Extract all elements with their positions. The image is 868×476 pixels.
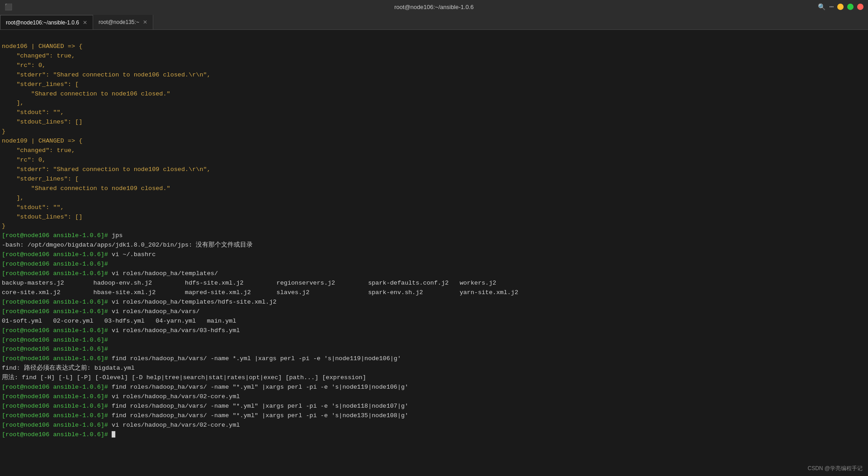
terminal-line: 01-soft.yml 02-core.yml 03-hdfs.yml 04-y… [2, 317, 866, 326]
terminal-line: "stderr_lines": [ [2, 80, 866, 90]
close-button[interactable] [857, 4, 863, 10]
terminal-line: "Shared connection to node106 closed." [2, 90, 866, 99]
terminal-line: [root@node106 ansible-1.0.6]# jps [2, 231, 866, 241]
terminal-line: [root@node106 ansible-1.0.6]# vi roles/h… [2, 326, 866, 336]
terminal-line: [root@node106 ansible-1.0.6]# vi roles/h… [2, 392, 866, 402]
terminal-line: "rc": 0, [2, 156, 866, 165]
terminal-line: [root@node106 ansible-1.0.6]# [2, 345, 866, 354]
tab-close-node106[interactable]: ✕ [83, 19, 87, 26]
tab-close-node135[interactable]: ✕ [143, 19, 147, 25]
terminal-line: [root@node106 ansible-1.0.6]# vi roles/h… [2, 269, 866, 279]
titlebar: ⬛ root@node106:~/ansible-1.0.6 🔍 ⋯ [0, 0, 868, 14]
tabbar: root@node106:~/ansible-1.0.6 ✕ root@node… [0, 14, 868, 30]
terminal-line: [root@node106 ansible-1.0.6]# vi roles/h… [2, 421, 866, 430]
terminal-content[interactable]: node106 | CHANGED => { "changed": true, … [0, 30, 868, 476]
menu-button[interactable]: ⋯ [829, 2, 834, 11]
terminal-line: } [2, 127, 866, 137]
minimize-button[interactable] [837, 4, 844, 10]
terminal-line: "Shared connection to node109 closed." [2, 184, 866, 194]
terminal-line: } [2, 222, 866, 231]
titlebar-left: ⬛ [5, 3, 12, 10]
terminal-line: [root@node106 ansible-1.0.6]# [2, 260, 866, 269]
terminal-line: "stderr": "Shared connection to node106 … [2, 71, 866, 80]
terminal-line: [root@node106 ansible-1.0.6]# █ [2, 430, 866, 440]
terminal-line: [root@node106 ansible-1.0.6]# find roles… [2, 402, 866, 411]
terminal-line: [root@node106 ansible-1.0.6]# vi ~/.bash… [2, 250, 866, 260]
titlebar-right: 🔍 ⋯ [818, 2, 863, 11]
terminal-line: "stdout_lines": [] [2, 213, 866, 222]
terminal-line: -bash: /opt/dmgeo/bigdata/apps/jdk1.8.0_… [2, 241, 866, 250]
terminal-line: "stderr": "Shared connection to node109 … [2, 165, 866, 175]
titlebar-title: root@node106:~/ansible-1.0.6 [394, 4, 473, 10]
terminal-line: [root@node106 ansible-1.0.6]# find roles… [2, 411, 866, 421]
terminal-line: [root@node106 ansible-1.0.6]# vi roles/h… [2, 298, 866, 307]
terminal-line: backup-masters.j2 hadoop-env.sh.j2 hdfs-… [2, 279, 866, 288]
terminal-line: "stdout": "", [2, 203, 866, 213]
tab-node106[interactable]: root@node106:~/ansible-1.0.6 ✕ [0, 15, 93, 29]
terminal-line: ], [2, 194, 866, 203]
tab-label-node135: root@node135:~ [99, 19, 139, 25]
watermark: CSDN @学亮编程手记 [807, 465, 863, 472]
terminal-line: [root@node106 ansible-1.0.6]# find roles… [2, 383, 866, 392]
maximize-button[interactable] [847, 4, 854, 10]
terminal-line: ], [2, 99, 866, 108]
terminal-line: "changed": true, [2, 52, 866, 61]
terminal-line: core-site.xml.j2 hbase-site.xml.j2 mapre… [2, 288, 866, 298]
tab-label-node106: root@node106:~/ansible-1.0.6 [6, 19, 79, 26]
terminal-line: node109 | CHANGED => { [2, 137, 866, 146]
app-icon: ⬛ [5, 3, 12, 10]
terminal-line: [root@node106 ansible-1.0.6]# find roles… [2, 354, 866, 364]
terminal-line: "rc": 0, [2, 61, 866, 71]
terminal-line: "stderr_lines": [ [2, 175, 866, 184]
terminal-line: "stdout_lines": [] [2, 118, 866, 127]
terminal-line: [root@node106 ansible-1.0.6]# [2, 336, 866, 345]
terminal-line: [root@node106 ansible-1.0.6]# vi roles/h… [2, 307, 866, 317]
search-button[interactable]: 🔍 [818, 3, 826, 11]
tab-node135[interactable]: root@node135:~ ✕ [93, 15, 153, 29]
terminal-line: 用法: find [-H] [-L] [-P] [-Olevel] [-D he… [2, 373, 866, 383]
terminal-line: find: 路径必须在表达式之前: bigdata.yml [2, 364, 866, 373]
terminal-line: "stdout": "", [2, 108, 866, 118]
terminal-line: node106 | CHANGED => { [2, 42, 866, 52]
terminal-line: "changed": true, [2, 146, 866, 156]
